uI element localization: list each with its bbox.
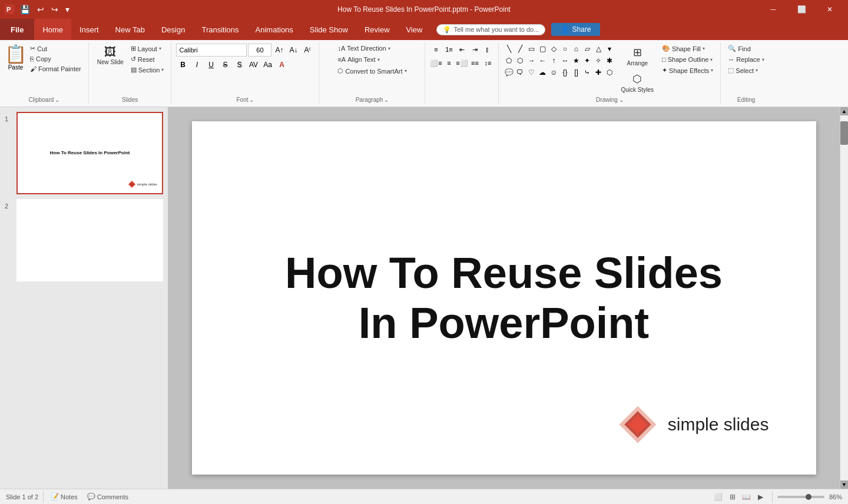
convert-smartart-button[interactable]: ⬡ Convert to SmartArt ▾: [335, 66, 409, 76]
font-size-decrease-btn[interactable]: A↓: [287, 44, 300, 57]
shape-brace[interactable]: []: [571, 67, 581, 78]
select-button[interactable]: ⬚ Select ▾: [726, 65, 766, 75]
shape-arrow-u[interactable]: ↑: [548, 55, 559, 66]
shape-arrow-r[interactable]: →: [526, 55, 536, 66]
bullet-list-btn[interactable]: ≡: [430, 44, 442, 55]
new-slide-button[interactable]: 🖼 New Slide: [94, 44, 127, 68]
comments-button[interactable]: 💬 Comments: [85, 492, 131, 502]
right-scrollbar[interactable]: ▲ ▼: [840, 107, 848, 489]
clipboard-expand-icon[interactable]: ⌄: [55, 97, 59, 103]
clear-format-btn[interactable]: Aᶜ: [301, 44, 314, 57]
shape-cloud[interactable]: ☁: [537, 67, 548, 78]
slide-thumb-1[interactable]: How To Reuse Slides In PowerPoint simple…: [16, 112, 163, 194]
strikethrough-button[interactable]: S: [218, 58, 231, 71]
quick-styles-button[interactable]: ⬡ Quick Styles: [617, 70, 657, 95]
font-color-btn[interactable]: A: [275, 58, 288, 71]
font-size-increase-btn[interactable]: A↑: [273, 44, 286, 57]
cut-button[interactable]: ✂ Cut: [28, 44, 84, 54]
menu-review[interactable]: Review: [356, 19, 398, 40]
slideshow-btn[interactable]: ▶: [754, 490, 767, 503]
shape-callout2[interactable]: 🗨: [515, 67, 525, 78]
align-text-button[interactable]: ≡A Align Text ▾: [335, 55, 382, 64]
menu-transitions[interactable]: Transitions: [193, 19, 247, 40]
zoom-slider[interactable]: [777, 496, 824, 498]
scroll-up-btn[interactable]: ▲: [840, 107, 848, 115]
customize-quick-btn[interactable]: ▾: [63, 4, 72, 15]
shape-heart[interactable]: ♡: [526, 67, 536, 78]
section-button[interactable]: ▤ Section ▾: [128, 65, 167, 75]
font-name-input[interactable]: [176, 44, 247, 57]
shape-star6[interactable]: ✦: [582, 55, 592, 66]
underline-button[interactable]: U: [204, 58, 217, 71]
shape-line2[interactable]: ╱: [515, 44, 525, 54]
menu-file[interactable]: File: [0, 19, 34, 40]
bold-button[interactable]: B: [176, 58, 189, 71]
character-spacing-btn[interactable]: AV: [247, 58, 260, 71]
shape-line[interactable]: ╲: [504, 44, 514, 54]
shape-effects-button[interactable]: ✦ Shape Effects ▾: [660, 65, 716, 75]
font-size-input[interactable]: [248, 44, 271, 57]
undo-quick-btn[interactable]: ↩: [35, 4, 47, 15]
shape-circle[interactable]: ○: [559, 44, 570, 54]
close-button[interactable]: ✕: [816, 0, 843, 19]
shape-hexagon[interactable]: ⬡: [515, 55, 525, 66]
menu-home[interactable]: Home: [34, 19, 71, 40]
shape-diamond[interactable]: ◇: [548, 44, 559, 54]
normal-view-btn[interactable]: ⬜: [712, 490, 725, 503]
paragraph-expand-icon[interactable]: ⌄: [384, 97, 389, 103]
menu-design[interactable]: Design: [153, 19, 193, 40]
menu-animations[interactable]: Animations: [247, 19, 302, 40]
menu-slideshow[interactable]: Slide Show: [302, 19, 356, 40]
copy-button[interactable]: ⎘ Copy: [28, 54, 84, 64]
paste-button[interactable]: 📋 Paste: [5, 44, 26, 71]
redo-quick-btn[interactable]: ↪: [49, 4, 61, 15]
text-shadow-button[interactable]: S: [233, 58, 246, 71]
shape-connector[interactable]: ⤷: [582, 67, 592, 78]
shape-star8[interactable]: ✧: [593, 55, 604, 66]
shape-cross[interactable]: ✚: [593, 67, 604, 78]
format-painter-button[interactable]: 🖌 Format Painter: [28, 64, 84, 74]
shape-round-rect[interactable]: ▢: [537, 44, 548, 54]
drawing-expand-icon[interactable]: ⌄: [619, 97, 624, 103]
text-direction-button[interactable]: ↕A Text Direction ▾: [335, 44, 392, 53]
layout-button[interactable]: ⊞ Layout ▾: [128, 44, 167, 54]
tell-me-box[interactable]: 💡 Tell me what you want to do...: [436, 24, 545, 35]
arrange-button[interactable]: ⊞ Arrange: [623, 44, 651, 69]
align-justify-btn[interactable]: ≡≡: [469, 57, 481, 69]
shape-triangle[interactable]: △: [593, 44, 604, 54]
font-expand-icon[interactable]: ⌄: [249, 97, 254, 103]
zoom-thumb[interactable]: [806, 494, 811, 500]
shape-pentagon[interactable]: ⬠: [504, 55, 514, 66]
shape-trapezoid[interactable]: ⌂: [571, 44, 581, 54]
shape-callout[interactable]: 💬: [504, 67, 514, 78]
shape-parallelogram[interactable]: ▱: [582, 44, 592, 54]
minimize-button[interactable]: ─: [760, 0, 787, 19]
align-center-btn[interactable]: ≡: [443, 57, 455, 69]
shape-outline-button[interactable]: □ Shape Outline ▾: [660, 55, 716, 64]
menu-insert[interactable]: Insert: [71, 19, 107, 40]
line-spacing-btn[interactable]: ↕≡: [482, 57, 493, 69]
replace-button[interactable]: ↔ Replace ▾: [726, 55, 766, 64]
shape-cube[interactable]: ⬡: [604, 67, 615, 78]
slide-thumb-2[interactable]: [16, 199, 163, 281]
find-button[interactable]: 🔍 Find: [726, 44, 766, 54]
shape-more[interactable]: ▾: [604, 44, 615, 54]
scroll-thumb[interactable]: [840, 121, 848, 145]
column-btn[interactable]: ⫿: [482, 44, 493, 55]
indent-decrease-btn[interactable]: ⇤: [456, 44, 468, 55]
reset-button[interactable]: ↺ Reset: [128, 54, 167, 64]
share-button[interactable]: 👤 Share: [551, 23, 600, 36]
indent-increase-btn[interactable]: ⇥: [469, 44, 481, 55]
shape-burst[interactable]: ✱: [604, 55, 615, 66]
slide-canvas[interactable]: How To Reuse Slides In PowerPoint simple…: [192, 121, 816, 475]
save-quick-btn[interactable]: 💾: [18, 4, 32, 15]
shape-smiley[interactable]: ☺: [548, 67, 559, 78]
menu-view[interactable]: View: [398, 19, 431, 40]
shape-bracket[interactable]: {}: [559, 67, 570, 78]
maximize-button[interactable]: ⬜: [788, 0, 815, 19]
align-left-btn[interactable]: ⬜≡: [430, 57, 442, 69]
shape-rect[interactable]: ▭: [526, 44, 536, 54]
slide-sorter-btn[interactable]: ⊞: [726, 490, 739, 503]
shape-arrow-l[interactable]: ←: [537, 55, 548, 66]
shape-star5[interactable]: ★: [571, 55, 581, 66]
